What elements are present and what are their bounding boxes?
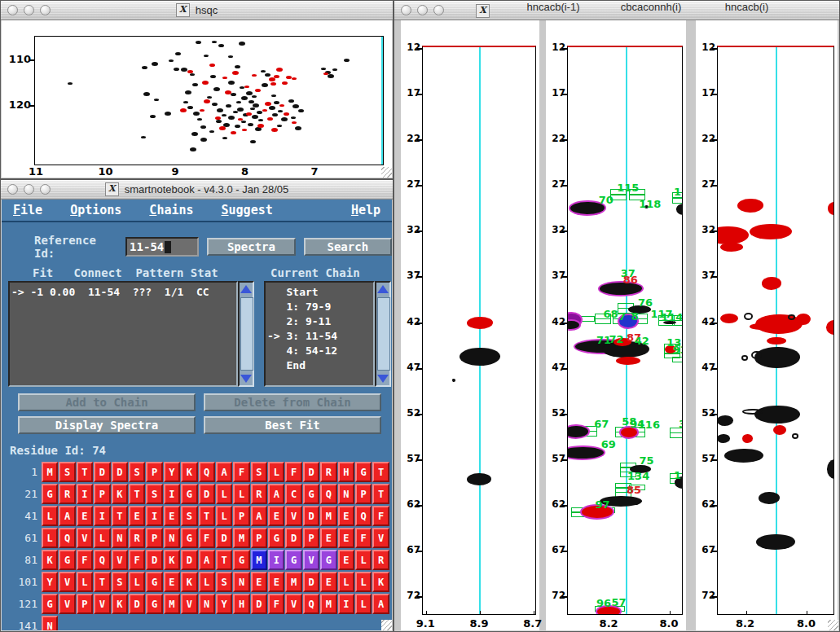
- residue-cell[interactable]: P: [251, 528, 267, 548]
- close-button[interactable]: [7, 5, 18, 15]
- residue-cell[interactable]: E: [268, 506, 284, 526]
- residue-cell[interactable]: H: [233, 594, 249, 614]
- fit-scrollbar[interactable]: [238, 281, 254, 387]
- residue-cell[interactable]: I: [77, 484, 93, 504]
- residue-cell[interactable]: P: [233, 506, 249, 526]
- display-spectra-button[interactable]: Display Spectra: [18, 416, 196, 434]
- residue-cell[interactable]: L: [216, 506, 232, 526]
- residue-cell[interactable]: F: [268, 594, 284, 614]
- residue-cell[interactable]: S: [216, 572, 232, 592]
- residue-cell[interactable]: A: [199, 550, 215, 570]
- residue-cell[interactable]: D: [251, 594, 267, 614]
- close-button[interactable]: [7, 184, 18, 195]
- hsqc-titlebar[interactable]: X hsqc: [1, 1, 393, 20]
- residue-cell[interactable]: I: [94, 506, 110, 526]
- residue-cell[interactable]: D: [216, 528, 232, 548]
- residue-cell[interactable]: G: [285, 550, 301, 570]
- residue-cell[interactable]: M: [320, 506, 336, 526]
- residue-cell[interactable]: E: [77, 506, 93, 526]
- zoom-button[interactable]: [433, 5, 444, 15]
- residue-cell[interactable]: Q: [320, 484, 336, 504]
- residue-cell[interactable]: E: [338, 550, 354, 570]
- residue-cell[interactable]: I: [146, 506, 162, 526]
- residue-cell[interactable]: G: [42, 594, 58, 614]
- residue-cell[interactable]: V: [285, 594, 301, 614]
- residue-cell[interactable]: V: [59, 572, 75, 592]
- residue-cell[interactable]: S: [59, 462, 75, 482]
- residue-cell[interactable]: G: [320, 550, 336, 570]
- residue-cell[interactable]: G: [268, 528, 284, 548]
- residue-cell[interactable]: D: [285, 528, 301, 548]
- residue-cell[interactable]: N: [233, 572, 249, 592]
- hsqc-spectrum-plot[interactable]: [34, 36, 384, 165]
- residue-cell[interactable]: V: [77, 528, 93, 548]
- residue-cell[interactable]: F: [355, 528, 372, 548]
- residue-cell[interactable]: V: [112, 550, 128, 570]
- residue-cell[interactable]: P: [94, 484, 110, 504]
- residue-cell[interactable]: F: [233, 462, 249, 482]
- fit-listbox[interactable]: -> -1 0.00 11-54 ??? 1/1 CC: [8, 281, 238, 387]
- strip-panel-cbcaconnh-i[interactable]: 1151270118378676687811711471728742135936…: [546, 20, 686, 630]
- residue-cell[interactable]: P: [146, 528, 162, 548]
- residue-cell[interactable]: R: [372, 550, 389, 570]
- residue-cell[interactable]: M: [251, 550, 267, 570]
- residue-cell[interactable]: S: [112, 572, 128, 592]
- scroll-up-arrow[interactable]: [377, 285, 389, 293]
- residue-cell[interactable]: L: [42, 528, 58, 548]
- residue-cell[interactable]: S: [181, 506, 197, 526]
- residue-cell[interactable]: V: [181, 594, 197, 614]
- chain-row[interactable]: Start: [267, 285, 372, 300]
- residue-cell[interactable]: N: [164, 528, 180, 548]
- residue-cell[interactable]: R: [320, 462, 336, 482]
- residue-cell[interactable]: L: [268, 462, 284, 482]
- residue-cell[interactable]: T: [372, 462, 389, 482]
- residue-cell[interactable]: M: [42, 462, 58, 482]
- residue-cell[interactable]: A: [372, 594, 389, 614]
- residue-cell[interactable]: S: [146, 484, 162, 504]
- residue-cell[interactable]: A: [251, 506, 267, 526]
- residue-cell[interactable]: D: [303, 506, 319, 526]
- residue-cell[interactable]: L: [216, 484, 232, 504]
- residue-cell[interactable]: D: [112, 462, 128, 482]
- residue-cell[interactable]: A: [216, 462, 232, 482]
- residue-cell[interactable]: K: [112, 484, 128, 504]
- residue-cell[interactable]: F: [77, 550, 93, 570]
- residue-cell[interactable]: V: [285, 506, 301, 526]
- residue-cell[interactable]: P: [146, 462, 162, 482]
- chain-row[interactable]: 2: 9-11: [267, 314, 372, 329]
- menu-item-help[interactable]: Help: [351, 203, 380, 217]
- residue-cell[interactable]: E: [338, 506, 354, 526]
- residue-cell[interactable]: L: [199, 572, 215, 592]
- residue-cell[interactable]: I: [338, 594, 354, 614]
- resize-grip[interactable]: [381, 620, 392, 630]
- menu-item-options[interactable]: Options: [70, 203, 121, 217]
- minimize-button[interactable]: [417, 5, 428, 15]
- best-fit-button[interactable]: Best Fit: [204, 416, 381, 434]
- residue-cell[interactable]: L: [355, 594, 372, 614]
- residue-cell[interactable]: D: [129, 594, 145, 614]
- residue-cell[interactable]: M: [164, 594, 180, 614]
- residue-cell[interactable]: Q: [199, 462, 215, 482]
- residue-cell[interactable]: P: [303, 528, 319, 548]
- residue-cell[interactable]: K: [181, 572, 197, 592]
- residue-cell[interactable]: G: [146, 572, 162, 592]
- menu-item-file[interactable]: File: [13, 203, 42, 217]
- residue-cell[interactable]: G: [355, 462, 372, 482]
- residue-cell[interactable]: E: [251, 572, 267, 592]
- residue-cell[interactable]: V: [59, 594, 75, 614]
- residue-cell[interactable]: S: [129, 462, 145, 482]
- residue-cell[interactable]: V: [372, 528, 389, 548]
- residue-cell[interactable]: R: [251, 484, 267, 504]
- residue-cell[interactable]: I: [164, 484, 180, 504]
- residue-cell[interactable]: K: [164, 550, 180, 570]
- residue-cell[interactable]: E: [164, 506, 180, 526]
- delete-from-chain-button[interactable]: Delete from Chain: [204, 393, 381, 411]
- residue-cell[interactable]: L: [129, 572, 145, 592]
- zoom-button[interactable]: [40, 184, 51, 195]
- residue-cell[interactable]: F: [372, 506, 389, 526]
- fit-row[interactable]: -> -1 0.00 11-54 ??? 1/1 CC: [11, 285, 235, 300]
- residue-cell[interactable]: D: [146, 550, 162, 570]
- minimize-button[interactable]: [24, 184, 34, 195]
- residue-cell[interactable]: K: [181, 462, 197, 482]
- residue-cell[interactable]: L: [233, 484, 249, 504]
